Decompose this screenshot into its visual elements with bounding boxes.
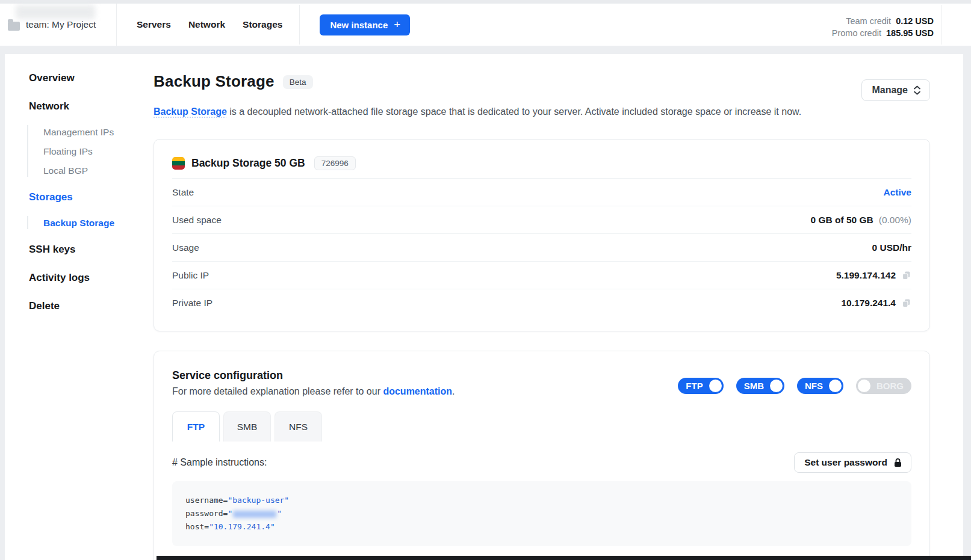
sidebar-item-floating-ips[interactable]: Floating IPs — [43, 146, 154, 157]
main-panel: Overview Network Management IPs Floating… — [5, 54, 963, 560]
header: team: My Project Servers Network Storage… — [0, 4, 971, 46]
main-nav: Servers Network Storages — [137, 19, 282, 30]
code-quote: " — [277, 509, 282, 518]
sidebar-item-delete[interactable]: Delete — [29, 300, 154, 312]
sidebar-item-backup-storage[interactable]: Backup Storage — [43, 218, 154, 229]
set-user-password-label: Set user password — [804, 457, 887, 468]
code-key: password= — [185, 509, 228, 518]
code-quote: " — [228, 509, 232, 518]
ftp-toggle[interactable]: FTP — [678, 378, 723, 394]
nfs-toggle-label: NFS — [799, 381, 829, 391]
new-instance-button[interactable]: New instance + — [320, 14, 410, 35]
plus-icon: + — [394, 19, 400, 30]
nav-item-storages[interactable]: Storages — [243, 19, 282, 30]
backup-storage-card: Backup Storage 50 GB 726996 State Active… — [154, 139, 930, 331]
header-divider — [299, 5, 300, 45]
page-head: Backup Storage Beta Manage — [154, 72, 930, 101]
sample-instructions-heading: # Sample instructions: — [172, 457, 267, 468]
public-ip-value: 5.199.174.142 — [836, 270, 896, 281]
sidebar-item-network[interactable]: Network — [29, 100, 154, 112]
tab-ftp[interactable]: FTP — [172, 411, 220, 442]
bottom-cutoff-bar — [157, 556, 971, 560]
borg-toggle[interactable]: BORG — [856, 378, 911, 394]
page-description-text: is a decoupled network-attached file sto… — [227, 106, 801, 117]
code-string: "10.179.241.4" — [209, 522, 275, 531]
row-label: Usage — [172, 242, 199, 253]
team-credit-label: Team credit — [846, 15, 891, 27]
team-credit-row: Team credit 0.12 USD — [832, 15, 934, 27]
table-row-state: State Active — [172, 178, 911, 206]
credits-panel: Team credit 0.12 USD Promo credit 185.95… — [832, 15, 934, 39]
promo-credit-row: Promo credit 185.95 USD — [832, 27, 934, 39]
nav-item-network[interactable]: Network — [188, 19, 225, 30]
page-title: Backup Storage — [154, 72, 275, 91]
row-label: State — [172, 187, 194, 198]
sidebar-storages-subgroup: Backup Storage — [27, 216, 154, 229]
content: Backup Storage Beta Manage Backup Storag… — [154, 54, 963, 560]
toggle-knob — [829, 380, 842, 392]
code-line-username: username="backup-user" — [185, 494, 898, 507]
row-label: Private IP — [172, 298, 213, 309]
storage-card-title: Backup Storage 50 GB — [191, 157, 305, 170]
service-card-subtitle: For more detailed explanation please ref… — [172, 386, 455, 397]
code-line-host: host="10.179.241.4" — [185, 520, 898, 534]
row-label: Used space — [172, 215, 222, 226]
sidebar-item-storages[interactable]: Storages — [29, 191, 154, 203]
copy-icon[interactable] — [901, 270, 911, 280]
private-ip-value: 10.179.241.4 — [841, 298, 896, 309]
used-space-percent: (0.00%) — [879, 215, 911, 226]
toggle-knob — [770, 380, 783, 392]
storage-card-header: Backup Storage 50 GB 726996 — [172, 156, 911, 170]
sidebar-item-overview[interactable]: Overview — [29, 72, 154, 84]
chevron-up-down-icon — [913, 85, 921, 96]
smb-toggle[interactable]: SMB — [736, 378, 784, 394]
documentation-link[interactable]: documentation — [383, 386, 452, 396]
nav-item-servers[interactable]: Servers — [137, 19, 171, 30]
service-configuration-card: Service configuration For more detailed … — [154, 351, 930, 560]
manage-button-label: Manage — [872, 85, 908, 96]
code-key: host= — [185, 522, 209, 531]
tab-nfs[interactable]: NFS — [275, 411, 322, 442]
tab-smb[interactable]: SMB — [223, 411, 271, 442]
subtitle-text: For more detailed explanation please ref… — [172, 386, 383, 396]
sample-code-block[interactable]: username="backup-user" password="" host=… — [172, 481, 911, 546]
lithuania-flag-icon — [172, 157, 185, 170]
copy-icon[interactable] — [901, 298, 911, 308]
beta-badge: Beta — [283, 75, 313, 89]
sample-instructions-row: # Sample instructions: Set user password — [172, 452, 911, 473]
subtitle-period: . — [452, 386, 454, 396]
service-card-header: Service configuration For more detailed … — [172, 369, 911, 397]
ftp-toggle-label: FTP — [680, 381, 709, 391]
table-row-usage: Usage 0 USD/hr — [172, 233, 911, 261]
protocol-tabs: FTP SMB NFS — [172, 411, 911, 442]
sidebar-network-subgroup: Management IPs Floating IPs Local BGP — [27, 125, 154, 177]
code-key: username= — [185, 496, 228, 505]
toggle-knob — [858, 380, 870, 392]
table-row-public-ip: Public IP 5.199.174.142 — [172, 261, 911, 289]
manage-button[interactable]: Manage — [861, 79, 930, 101]
nfs-toggle[interactable]: NFS — [797, 378, 843, 394]
sidebar-item-local-bgp[interactable]: Local BGP — [43, 165, 154, 176]
app-window: team: My Project Servers Network Storage… — [0, 0, 971, 560]
borg-toggle-label: BORG — [870, 381, 910, 391]
redacted-password — [233, 511, 276, 518]
team-project-label: team: My Project — [26, 19, 96, 30]
new-instance-label: New instance — [330, 20, 388, 30]
state-value: Active — [883, 187, 911, 198]
sidebar-item-ssh-keys[interactable]: SSH keys — [29, 244, 154, 256]
project-selector[interactable]: team: My Project — [0, 4, 117, 46]
title-wrap: Backup Storage Beta — [154, 72, 313, 91]
backup-storage-link[interactable]: Backup Storage — [154, 106, 227, 117]
sidebar-item-management-ips[interactable]: Management IPs — [43, 127, 154, 138]
header-divider — [941, 5, 942, 45]
table-row-private-ip: Private IP 10.179.241.4 — [172, 289, 911, 316]
service-card-titles: Service configuration For more detailed … — [172, 369, 455, 397]
public-ip-value-wrap: 5.199.174.142 — [836, 270, 911, 281]
used-space-amount: 0 GB of 50 GB — [811, 215, 873, 226]
sidebar-item-activity-logs[interactable]: Activity logs — [29, 272, 154, 284]
toggle-knob — [709, 380, 722, 392]
set-user-password-button[interactable]: Set user password — [794, 452, 911, 473]
promo-credit-value: 185.95 USD — [886, 27, 934, 39]
redacted-logo — [16, 5, 95, 19]
row-label: Public IP — [172, 270, 209, 281]
